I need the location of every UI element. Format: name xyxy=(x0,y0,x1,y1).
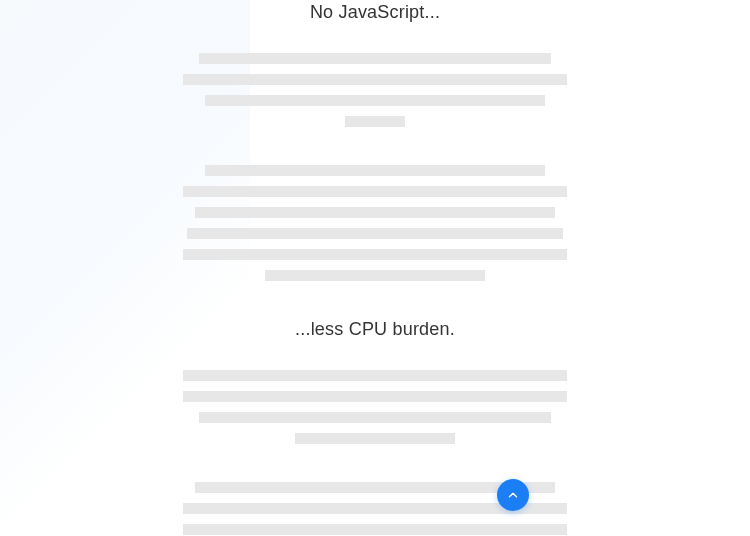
paragraph-placeholder xyxy=(175,53,575,137)
skeleton-line xyxy=(345,116,405,127)
section-heading-cpu: ...less CPU burden. xyxy=(175,319,575,340)
skeleton-line xyxy=(183,186,567,197)
skeleton-line xyxy=(195,207,555,218)
scroll-to-top-button[interactable] xyxy=(497,479,529,511)
skeleton-line xyxy=(205,165,545,176)
skeleton-line xyxy=(199,53,551,64)
skeleton-line xyxy=(183,249,567,260)
skeleton-line xyxy=(187,228,563,239)
skeleton-line xyxy=(205,95,545,106)
chevron-up-icon xyxy=(506,488,520,502)
section-heading-no-js: No JavaScript... xyxy=(175,0,575,23)
article-content: No JavaScript... ...less CPU burden. xyxy=(105,0,645,536)
paragraph-placeholder xyxy=(175,165,575,291)
skeleton-line xyxy=(183,370,567,381)
skeleton-line xyxy=(265,270,485,281)
skeleton-line xyxy=(183,391,567,402)
skeleton-line xyxy=(183,524,567,535)
paragraph-placeholder xyxy=(175,370,575,454)
skeleton-line xyxy=(295,433,455,444)
skeleton-line xyxy=(199,412,551,423)
skeleton-line xyxy=(183,74,567,85)
